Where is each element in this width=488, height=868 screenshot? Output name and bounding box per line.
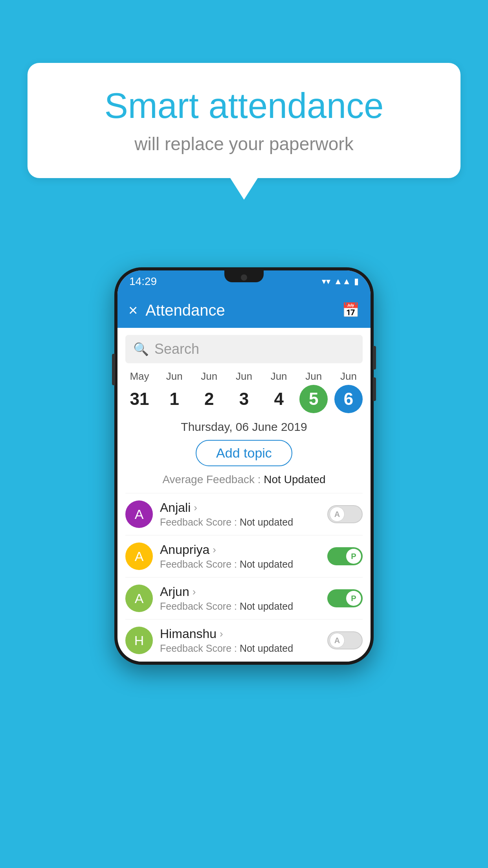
speech-bubble: Smart attendance will replace your paper… [28,63,460,178]
student-info: Arjun ›Feedback Score : Not updated [160,585,327,612]
speech-bubble-tail [230,178,258,200]
student-feedback: Feedback Score : Not updated [160,559,327,570]
feedback-not-updated: Not updated [240,559,293,570]
cal-month: Jun [271,370,287,383]
cal-month: Jun [305,370,322,383]
phone-frame: 14:29 ▾▾ ▲▲ ▮ × Attendance 📅 🔍 Search [114,267,374,665]
phone-button-right-2 [373,377,376,401]
cal-date[interactable]: 31 [125,385,154,413]
phone-screen: 14:29 ▾▾ ▲▲ ▮ × Attendance 📅 🔍 Search [117,270,371,662]
search-icon: 🔍 [133,342,149,357]
attendance-toggle[interactable]: P [327,589,363,607]
student-avatar: A [125,542,153,570]
feedback-not-updated: Not updated [240,517,293,528]
student-avatar: A [125,585,153,612]
cal-month: Jun [166,370,183,383]
bubble-subtitle: will replace your paperwork [59,133,429,154]
phone-notch [224,270,264,282]
toggle-knob: P [346,549,361,564]
selected-date-label: Thursday, 06 June 2019 [117,420,371,434]
close-button[interactable]: × [128,302,138,319]
student-name[interactable]: Himanshu › [160,627,327,641]
student-name[interactable]: Arjun › [160,585,327,599]
cal-month: Jun [236,370,252,383]
cal-date[interactable]: 1 [160,385,189,413]
toggle-knob: A [330,507,345,522]
feedback-summary: Average Feedback : Not Updated [117,473,371,486]
student-info: Himanshu ›Feedback Score : Not updated [160,627,327,654]
bubble-title: Smart attendance [59,86,429,125]
student-item[interactable]: HHimanshu ›Feedback Score : Not updatedA [125,620,363,662]
phone-button-left [112,354,115,385]
student-name[interactable]: Anjali › [160,500,327,515]
student-item[interactable]: AAnjali ›Feedback Score : Not updatedA [125,493,363,535]
student-item[interactable]: AAnupriya ›Feedback Score : Not updatedP [125,535,363,577]
attendance-toggle[interactable]: A [327,505,363,523]
phone-container: 14:29 ▾▾ ▲▲ ▮ × Attendance 📅 🔍 Search [114,267,374,665]
calendar-day-col[interactable]: Jun2 [193,370,225,413]
cal-date[interactable]: 6 [334,385,363,413]
calendar-day-col[interactable]: Jun4 [263,370,295,413]
cal-date[interactable]: 3 [230,385,258,413]
cal-date[interactable]: 4 [265,385,293,413]
calendar-day-col[interactable]: Jun5 [298,370,329,413]
feedback-not-updated: Not updated [240,643,293,654]
calendar-day-col[interactable]: Jun3 [228,370,260,413]
cal-month: Jun [340,370,357,383]
student-feedback: Feedback Score : Not updated [160,517,327,528]
student-list: AAnjali ›Feedback Score : Not updatedAAA… [117,493,371,662]
calendar-day-col[interactable]: Jun6 [333,370,364,413]
student-avatar: A [125,500,153,528]
student-info: Anjali ›Feedback Score : Not updated [160,500,327,528]
phone-camera [241,274,247,281]
toggle-knob: A [330,633,345,648]
search-input[interactable]: Search [154,341,355,357]
feedback-label: Average Feedback : [162,473,261,485]
feedback-value: Not Updated [264,473,325,485]
cal-month: Jun [201,370,217,383]
status-icons: ▾▾ ▲▲ ▮ [322,276,359,287]
phone-button-right-1 [373,346,376,370]
toggle-knob: P [346,591,361,606]
chevron-right-icon: › [213,544,216,556]
speech-bubble-container: Smart attendance will replace your paper… [28,63,460,200]
cal-date[interactable]: 2 [195,385,223,413]
student-name[interactable]: Anupriya › [160,542,327,557]
app-bar: × Attendance 📅 [117,292,371,328]
chevron-right-icon: › [220,628,223,640]
chevron-right-icon: › [193,586,196,598]
student-feedback: Feedback Score : Not updated [160,601,327,612]
battery-icon: ▮ [354,276,359,287]
calendar-day-col[interactable]: Jun1 [159,370,190,413]
calendar-row: May31Jun1Jun2Jun3Jun4Jun5Jun6 [117,370,371,413]
student-info: Anupriya ›Feedback Score : Not updated [160,542,327,570]
student-avatar: H [125,627,153,654]
status-time: 14:29 [129,275,157,288]
signal-icon: ▲▲ [334,276,351,287]
app-title: Attendance [145,302,334,319]
feedback-not-updated: Not updated [240,601,293,612]
student-item[interactable]: AArjun ›Feedback Score : Not updatedP [125,577,363,620]
attendance-toggle[interactable]: A [327,631,363,649]
search-bar[interactable]: 🔍 Search [125,335,363,363]
wifi-icon: ▾▾ [322,276,330,287]
calendar-icon[interactable]: 📅 [342,302,360,318]
cal-date[interactable]: 5 [299,385,328,413]
student-feedback: Feedback Score : Not updated [160,643,327,654]
chevron-right-icon: › [194,502,197,514]
calendar-day-col[interactable]: May31 [124,370,155,413]
cal-month: May [130,370,149,383]
attendance-toggle[interactable]: P [327,547,363,565]
add-topic-button[interactable]: Add topic [196,440,292,466]
